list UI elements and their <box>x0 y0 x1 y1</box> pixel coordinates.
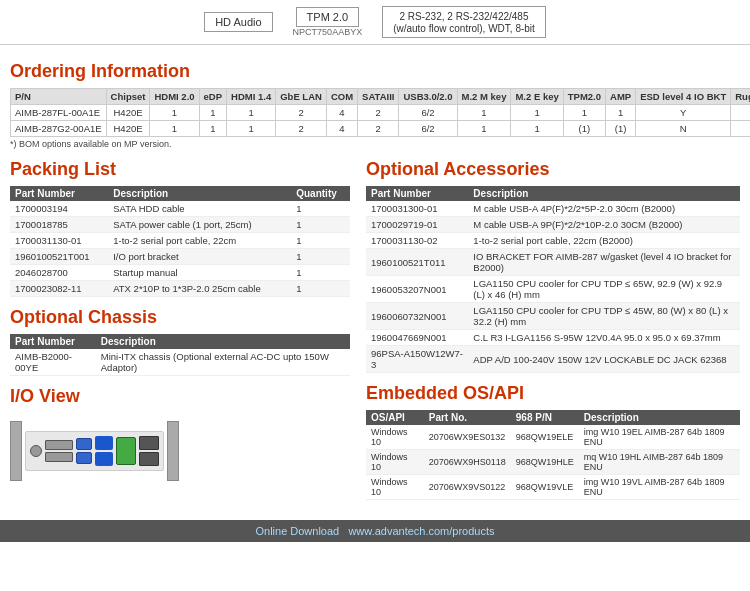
list-item: 1960100521T011IO BRACKET FOR AIMB-287 w/… <box>366 249 740 276</box>
accessories-cell: 1700029719-01 <box>366 217 468 233</box>
packing-header: Part Number Description Quantity <box>10 186 350 201</box>
col-rugged: Rugged CPU Plate <box>731 89 750 105</box>
left-column: Packing List Part Number Description Qua… <box>10 149 350 510</box>
ordering-row: AIMB-287G2-00A1EH420E1112426/211(1)(1)NN <box>11 121 751 137</box>
io-visual <box>10 413 350 489</box>
list-item: 1700029719-01M cable USB-A 9P(F)*2/2*10P… <box>366 217 740 233</box>
col-hdmi20: HDMI 2.0 <box>150 89 199 105</box>
ordering-cell: H420E <box>106 105 150 121</box>
packing-cell: 1 <box>291 249 350 265</box>
online-download-bar: Online Download www.advantech.com/produc… <box>0 520 750 542</box>
ordering-cell: AIMB-287FL-00A1E <box>11 105 107 121</box>
accessories-section: Optional Accessories Part Number Descrip… <box>366 159 740 373</box>
ordering-cell: 1 <box>150 105 199 121</box>
os-col-partno: Part No. <box>424 410 511 425</box>
ordering-cell: Y <box>636 105 731 121</box>
ordering-cell: (1) <box>606 121 636 137</box>
ordering-cell: 1 <box>511 121 563 137</box>
usb3-port-2 <box>95 452 113 466</box>
ordering-cell: 1 <box>199 105 226 121</box>
ordering-cell: 1 <box>457 105 511 121</box>
hdmi-port-2 <box>139 452 159 466</box>
packing-cell: 1 <box>291 217 350 233</box>
os-header: OS/API Part No. 968 P/N Description <box>366 410 740 425</box>
accessories-cell: LGA1150 CPU cooler for CPU TDP ≤ 45W, 80… <box>468 303 740 330</box>
chassis-header: Part Number Description <box>10 334 350 349</box>
ordering-cell: 2 <box>358 121 399 137</box>
accessories-cell: ADP A/D 100-240V 150W 12V LOCKABLE DC JA… <box>468 346 740 373</box>
ordering-cell: 6/2 <box>399 105 457 121</box>
chassis-cell: AIMB-B2000-00YE <box>10 349 96 376</box>
accessories-cell: IO BRACKET FOR AIMB-287 w/gasket (level … <box>468 249 740 276</box>
online-download-url[interactable]: www.advantech.com/products <box>348 525 494 537</box>
ordering-cell: 4 <box>326 121 357 137</box>
col-pn: P/N <box>11 89 107 105</box>
accessories-cell: 1960053207N001 <box>366 276 468 303</box>
os-cell: 968QW19HLE <box>511 450 579 475</box>
usb2-port-2 <box>76 452 92 464</box>
packing-cell: SATA power cable (1 port, 25cm) <box>108 217 291 233</box>
ordering-row: AIMB-287FL-00A1EH420E1112426/21111YY <box>11 105 751 121</box>
packing-cell: 1 <box>291 265 350 281</box>
list-item: 1700031300-01M cable USB-A 4P(F)*2/2*5P-… <box>366 201 740 217</box>
col-amp: AMP <box>606 89 636 105</box>
ordering-cell: 1 <box>227 105 276 121</box>
os-cell: 20706WX9HS0118 <box>424 450 511 475</box>
os-cell: 20706WX9VS0122 <box>424 475 511 500</box>
io-view-section: I/O View <box>10 386 350 489</box>
top-bar: HD Audio TPM 2.0 NPCT750AABYX 2 RS-232, … <box>0 0 750 45</box>
list-item: 1700031130-011-to-2 serial port cable, 2… <box>10 233 350 249</box>
accessories-cell: 1700031300-01 <box>366 201 468 217</box>
usb3-ports <box>95 436 113 466</box>
list-item: 1960053207N001LGA1150 CPU cooler for CPU… <box>366 276 740 303</box>
packing-cell: SATA HDD cable <box>108 201 291 217</box>
col-edp: eDP <box>199 89 226 105</box>
os-cell: Windows 10 <box>366 475 424 500</box>
accessories-cell: LGA1150 CPU cooler for CPU TDP ≤ 65W, 92… <box>468 276 740 303</box>
col-usb: USB3.0/2.0 <box>399 89 457 105</box>
packing-cell: 1700031130-01 <box>10 233 108 249</box>
online-download-label: Online Download <box>255 525 339 537</box>
packing-table: Part Number Description Quantity 1700003… <box>10 186 350 297</box>
hd-audio-label: HD Audio <box>215 16 261 28</box>
accessories-table: Part Number Description 1700031300-01M c… <box>366 186 740 373</box>
list-item: 1960060732N001LGA1150 CPU cooler for CPU… <box>366 303 740 330</box>
hdmi-ports <box>139 436 159 466</box>
col-com: COM <box>326 89 357 105</box>
col-hdmi14: HDMI 1.4 <box>227 89 276 105</box>
list-item: AIMB-B2000-00YEMini-ITX chassis (Optiona… <box>10 349 350 376</box>
gbe-port <box>116 437 136 465</box>
ordering-cell: 1 <box>150 121 199 137</box>
ordering-cell: 2 <box>276 121 327 137</box>
col-m2m: M.2 M key <box>457 89 511 105</box>
pack-col-desc: Description <box>108 186 291 201</box>
packing-cell: 1700023082-11 <box>10 281 108 297</box>
os-cell: Windows 10 <box>366 425 424 450</box>
usb2-port-1 <box>76 438 92 450</box>
ordering-cell: 1 <box>511 105 563 121</box>
bom-note: *) BOM options available on MP version. <box>10 139 740 149</box>
packing-cell: 1960100521T001 <box>10 249 108 265</box>
ordering-cell: N <box>636 121 731 137</box>
packing-title: Packing List <box>10 159 350 180</box>
ordering-section: Ordering Information P/N Chipset HDMI 2.… <box>0 45 750 149</box>
packing-cell: 1-to-2 serial port cable, 22cm <box>108 233 291 249</box>
os-section: Embedded OS/API OS/API Part No. 968 P/N … <box>366 383 740 500</box>
accessories-cell: 1960060732N001 <box>366 303 468 330</box>
tpm-sub: NPCT750AABYX <box>293 27 363 37</box>
os-cell: img W10 19VL AIMB-287 64b 1809 ENU <box>579 475 740 500</box>
tpm-badge: TPM 2.0 <box>296 7 360 27</box>
serial-ports <box>45 440 73 462</box>
list-item: 1700023082-11ATX 2*10P to 1*3P-2.0 25cm … <box>10 281 350 297</box>
serial-badge: 2 RS-232, 2 RS-232/422/485 (w/auto flow … <box>382 6 546 38</box>
list-item: Windows 1020706WX9VS0122968QW19VLEimg W1… <box>366 475 740 500</box>
col-esd: ESD level 4 IO BKT <box>636 89 731 105</box>
packing-cell: 1 <box>291 281 350 297</box>
os-cell: 968QW19ELE <box>511 425 579 450</box>
hd-audio-badge: HD Audio <box>204 12 272 32</box>
serial-port-2 <box>45 452 73 462</box>
os-cell: 968QW19VLE <box>511 475 579 500</box>
ordering-cell: 1 <box>227 121 276 137</box>
list-item: 2046028700Startup manual1 <box>10 265 350 281</box>
chassis-title: Optional Chassis <box>10 307 350 328</box>
